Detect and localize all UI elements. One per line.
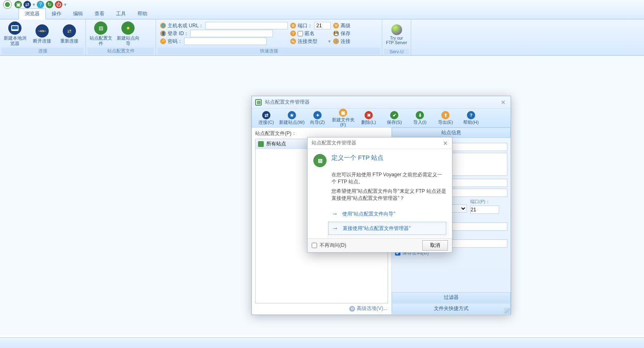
toolbar-label: 向导(Z) — [305, 120, 330, 125]
ribbon: 新建本地浏览器 ⇥⇤ 断开连接 ⇄ 重新连接 连接 ▤ 站点配置文件 ★ 新建站… — [0, 19, 644, 56]
qat-refresh-icon[interactable]: ↻ — [46, 1, 53, 8]
spm-toolbar-btn-1[interactable]: ★新建站点(W) — [279, 110, 305, 125]
accordion-shortcut[interactable]: 文件夹快捷方式 — [392, 303, 511, 314]
login-icon: 👤 — [160, 31, 166, 36]
tab-operate[interactable]: 操作 — [46, 9, 67, 19]
password-input[interactable] — [184, 38, 267, 45]
port-icon: ⚙ — [290, 23, 296, 28]
toolbar-label: 删除(L) — [356, 120, 381, 125]
site-profiles-button[interactable]: ▤ 站点配置文件 — [88, 21, 114, 47]
save-link[interactable]: 保存 — [341, 30, 350, 37]
toolbar-icon: ✔ — [390, 111, 398, 119]
spm-toolbar-btn-0[interactable]: ⇄连接(C) — [253, 110, 279, 125]
toolbar-label: 新建文件夹(F) — [330, 117, 356, 127]
toolbar-icon: ✦ — [313, 111, 322, 119]
toolbar-label: 连接(C) — [253, 120, 279, 125]
spm-toolbar-btn-8[interactable]: ?帮助(H) — [458, 110, 484, 125]
toolbar-icon: ⬆ — [441, 111, 450, 119]
toolbar-label: 导出(E) — [433, 120, 458, 125]
accordion-site-info[interactable]: 站点信息 — [392, 128, 511, 138]
qat-customize-icon[interactable]: ▾ — [64, 2, 67, 7]
svg-point-1 — [5, 2, 10, 7]
spm-toolbar-btn-7[interactable]: ⬆导出(E) — [433, 110, 458, 125]
dlg-hero-icon: ▤ — [313, 154, 327, 167]
login-label: 登录 ID： — [168, 30, 189, 37]
spm-toolbar-btn-6[interactable]: ⬇导入(I) — [407, 110, 433, 125]
dont-ask-label: 不再询问(D) — [320, 242, 346, 249]
toolbar-icon: ▣ — [339, 109, 347, 117]
site-port-input[interactable] — [470, 206, 499, 214]
title-bar: ▣ ⇄ ▾ ? ↻ ⏻ ▾ — [0, 0, 644, 9]
tab-view[interactable]: 查看 — [89, 9, 110, 19]
dlg-titlebar[interactable]: 站点配置文件管理器 ✕ — [308, 137, 452, 149]
qat-help-icon[interactable]: ? — [37, 1, 44, 8]
anon-icon: ? — [290, 31, 296, 36]
spm-toolbar-btn-3[interactable]: ▣新建文件夹(F) — [330, 108, 356, 128]
advanced-icon: ⚒ — [333, 23, 339, 28]
tab-browser[interactable]: 浏览器 — [19, 8, 46, 19]
toolbar-icon: ? — [467, 111, 475, 119]
spm-toolbar-btn-4[interactable]: ✖删除(L) — [356, 110, 381, 125]
tab-help[interactable]: 帮助 — [132, 9, 153, 19]
port-label: 端口： — [298, 22, 313, 29]
new-local-browser-button[interactable]: 新建本地浏览器 — [2, 21, 28, 47]
dlg-close-icon[interactable]: ✕ — [443, 140, 448, 147]
toolbar-icon: ⇄ — [262, 111, 270, 119]
spm-close-icon[interactable]: ✕ — [499, 99, 507, 106]
anonymous-checkbox[interactable] — [298, 31, 303, 36]
qat-profiles-icon[interactable]: ▣ — [14, 1, 22, 8]
app-orb[interactable] — [2, 0, 13, 9]
login-input[interactable] — [190, 30, 273, 37]
cancel-button[interactable]: 取消 — [422, 240, 448, 251]
spm-app-icon: ▤ — [255, 99, 262, 106]
save-icon: 💾 — [333, 31, 339, 36]
site-port-label: 端口(P)： — [470, 199, 507, 205]
spm-advanced-button[interactable]: ⚙ 高级选项(V)... — [349, 305, 387, 312]
toolbar-label: 帮助(H) — [458, 120, 484, 125]
connect-icon: 🔗 — [333, 38, 339, 44]
connect-link[interactable]: 连接 — [341, 38, 350, 45]
use-manager-link[interactable]: → 直接使用"站点配置文件管理器" — [328, 222, 446, 235]
menu-bar: 浏览器 操作 编辑 查看 工具 帮助 — [0, 9, 644, 19]
port-input[interactable] — [314, 22, 331, 29]
accordion-filter[interactable]: 过滤器 — [392, 292, 511, 303]
spm-toolbar-btn-5[interactable]: ✔保存(S) — [381, 110, 407, 125]
spm-tree-root-label: 所有站点 — [266, 140, 286, 147]
toolbar-icon: ✖ — [365, 111, 373, 119]
password-icon: 🔑 — [160, 38, 166, 44]
advanced-link[interactable]: 高级 — [341, 22, 350, 29]
qat-dropdown-icon[interactable]: ▾ — [32, 2, 36, 7]
dlg-title-text: 站点配置文件管理器 — [312, 140, 356, 147]
reconnect-button[interactable]: ⇄ 重新连接 — [56, 24, 83, 45]
resize-grip[interactable] — [504, 308, 510, 314]
qat-stop-icon[interactable]: ⏻ — [55, 1, 62, 8]
group-servu-label: Serv-U — [384, 49, 409, 54]
spm-titlebar[interactable]: ▤ 站点配置文件管理器 ✕ — [252, 96, 511, 109]
host-label: 主机名或 URL： — [168, 22, 204, 29]
define-site-dialog: 站点配置文件管理器 ✕ ▤ 定义一个 FTP 站点 在您可以开始使用 FTP V… — [307, 137, 452, 253]
servu-icon — [391, 24, 402, 35]
servu-button[interactable]: Try our FTP Server — [384, 23, 409, 47]
toolbar-label: 新建站点(W) — [279, 120, 305, 125]
tab-tools[interactable]: 工具 — [110, 9, 132, 19]
toolbar-icon: ⬇ — [416, 111, 424, 119]
dlg-body-1: 在您可以开始使用 FTP Voyager 之前您必需定义一个 FTP 站点。 — [331, 171, 446, 185]
dont-ask-checkbox[interactable] — [312, 243, 317, 248]
gear-icon: ⚙ — [349, 306, 355, 312]
new-site-wizard-button[interactable]: ★ 新建站点向导 — [115, 21, 141, 47]
qat-connect-icon[interactable]: ⇄ — [24, 1, 31, 8]
arrow-icon: → — [332, 225, 339, 232]
disconnect-button[interactable]: ⇥⇤ 断开连接 — [29, 24, 55, 45]
spm-toolbar: ⇄连接(C)★新建站点(W)✦向导(Z)▣新建文件夹(F)✖删除(L)✔保存(S… — [252, 109, 511, 128]
dlg-heading: 定义一个 FTP 站点 — [331, 154, 384, 162]
arrow-icon: → — [331, 210, 338, 218]
host-input[interactable] — [205, 22, 288, 29]
dont-ask-checkbox-row[interactable]: 不再询问(D) — [312, 242, 346, 249]
tab-edit[interactable]: 编辑 — [67, 9, 89, 19]
use-wizard-link[interactable]: → 使用"站点配置文件向导" — [328, 208, 446, 220]
group-connect-label: 连接 — [2, 47, 84, 54]
group-quick-label: 快速连接 — [158, 47, 380, 54]
status-bar — [0, 337, 644, 348]
spm-toolbar-btn-2[interactable]: ✦向导(Z) — [305, 110, 330, 125]
toolbar-label: 保存(S) — [381, 120, 407, 125]
